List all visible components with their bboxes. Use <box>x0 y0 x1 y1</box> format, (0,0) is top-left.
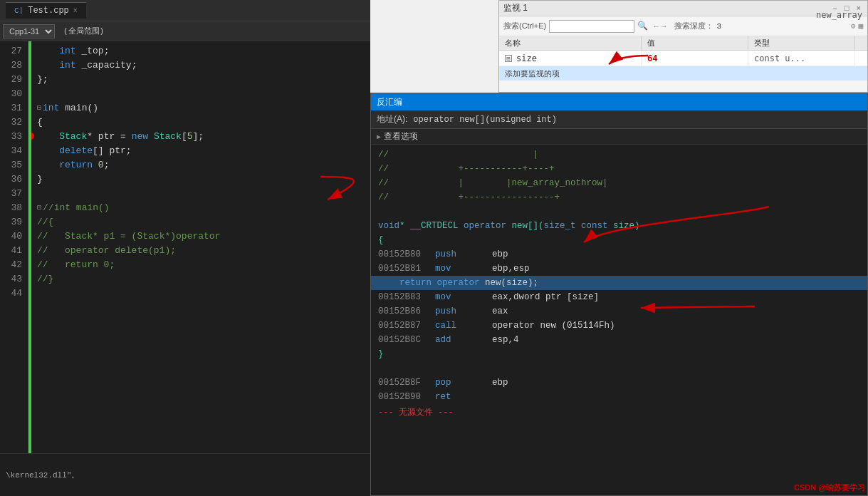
watch-name-cell: ⊞ size <box>499 51 642 66</box>
expand-icon[interactable]: ⊞ <box>505 55 512 62</box>
watch-name-value: size <box>516 53 537 63</box>
disasm-operand: ebp <box>492 247 508 262</box>
code-line: delete[] ptr; <box>37 144 365 158</box>
disasm-asm-line: 00152B83 mov eax,dword ptr [size] <box>371 290 867 304</box>
columns-icon[interactable]: ▦ <box>858 21 863 31</box>
disasm-op: mov <box>435 290 492 304</box>
disasm-addr-val: 00152B87 <box>378 319 435 333</box>
disasm-op: add <box>435 333 492 347</box>
disasm-title-bar: 反汇编 <box>371 93 867 110</box>
disasm-addr-bar: 地址(A): operator new[](unsigned int) <box>371 110 867 129</box>
depth-value: 3 <box>716 22 731 31</box>
disasm-addr-val: 00152B8F <box>378 376 435 390</box>
options-label: 查看选项 <box>384 130 418 143</box>
scope-label: (全局范围) <box>58 26 110 36</box>
code-line: // Stack* p1 = (Stack*)operator <box>37 229 365 244</box>
col-type-header: 类型 <box>748 36 855 50</box>
disasm-line <box>371 361 867 376</box>
code-line: //{ <box>37 215 365 229</box>
watch-panel: 监视 1 – □ × 搜索(Ctrl+E) 🔍 ← → 搜索深度： 3 ⚙ ▦ … <box>498 0 868 93</box>
disasm-comment: // | |new_array_nothrow| <box>378 176 608 190</box>
disasm-comment: // +-----------------+ <box>378 190 560 205</box>
code-line: //} <box>37 272 365 286</box>
disasm-line <box>371 205 867 219</box>
disasm-operand: ebp,esp <box>492 262 530 276</box>
disasm-op: push <box>435 304 492 319</box>
disasm-asm-line: 00152B81 mov ebp,esp <box>371 262 867 276</box>
editor-tab-bar: C| Test.cpp × <box>0 0 370 21</box>
disasm-asm-line: 00152B8C add esp,4 <box>371 333 867 347</box>
disasm-brace: { <box>378 233 384 247</box>
disasm-brace-close: } <box>378 347 384 361</box>
disasm-line: // +-----------------+ <box>371 190 867 205</box>
watch-title: 监视 1 <box>503 2 528 14</box>
code-line: int _capacity; <box>37 58 365 73</box>
disasm-addr-val: 00152B8C <box>378 333 435 347</box>
class-dropdown[interactable]: Cpp1-31 <box>3 24 55 38</box>
tab-label: Test.cpp <box>28 6 69 16</box>
code-line: ⊟//int main() <box>37 201 365 215</box>
disasm-asm-line: 00152B80 push ebp <box>371 247 867 262</box>
disasm-source: * __CRTDECL <box>399 219 464 233</box>
disasm-options-bar: ▶ 查看选项 <box>371 129 867 145</box>
disasm-operand: ebp <box>492 376 508 390</box>
no-source-separator: --- 无源文件 --- <box>371 404 867 421</box>
tab-icon: C| <box>14 6 23 15</box>
disasm-asm-line: 00152B87 call operator new (015114Fh) <box>371 319 867 333</box>
code-line-breakpoint: Stack* ptr = new Stack[5]; <box>37 130 365 144</box>
keyword: int <box>59 44 75 58</box>
depth-label: 搜索深度： <box>674 21 713 31</box>
new-array-label: new_array <box>816 10 862 20</box>
disasm-operand: eax,dword ptr [size] <box>492 290 599 304</box>
code-line: ⊟int main() <box>37 101 365 115</box>
watch-data-row: ⊞ size 64 const u... <box>499 51 867 66</box>
disasm-panel: 反汇编 地址(A): operator new[](unsigned int) … <box>370 93 868 496</box>
watch-header-row: 名称 值 类型 <box>499 36 867 51</box>
disasm-addr-val: 00152B80 <box>378 247 435 262</box>
disasm-addr-val: 00152B81 <box>378 262 435 276</box>
disasm-comment: // | <box>378 148 538 162</box>
options-toggle[interactable]: ▶ <box>377 133 381 141</box>
disasm-operand: eax <box>492 304 508 319</box>
disasm-source-line: } <box>371 347 867 361</box>
disasm-addr-val: 00152B90 <box>378 390 435 404</box>
code-line: return 0; <box>37 158 365 172</box>
keyword: int <box>59 58 75 73</box>
watch-value-cell: 64 <box>642 51 748 66</box>
close-icon[interactable]: × <box>73 7 78 15</box>
watch-type-cell: const u... <box>748 51 855 66</box>
code-line: // operator delete(p1); <box>37 244 365 258</box>
watch-title-bar: 监视 1 – □ × <box>499 1 867 16</box>
terminal-content: \kernel32.dll"。 <box>6 470 79 480</box>
disasm-op: call <box>435 319 492 333</box>
addr-label: 地址(A): <box>377 113 407 125</box>
code-line <box>37 87 365 101</box>
disasm-asm-line: 00152B90 ret <box>371 390 867 404</box>
col-name-header: 名称 <box>499 36 642 50</box>
search-label: 搜索(Ctrl+E) <box>503 21 546 31</box>
settings-icon[interactable]: ⚙ <box>851 21 856 31</box>
disasm-comment: // +-----------+----+ <box>378 162 555 176</box>
terminal-line: \kernel32.dll"。 <box>6 470 79 480</box>
terminal-panel: \kernel32.dll"。 <box>0 453 370 496</box>
editor-panel: C| Test.cpp × Cpp1-31 (全局范围) 27 28 29 30… <box>0 0 370 496</box>
code-line <box>37 187 365 201</box>
code-line: { <box>37 115 365 130</box>
editor-tab[interactable]: C| Test.cpp × <box>6 2 86 19</box>
nav-back-icon[interactable]: ← <box>654 22 659 31</box>
disasm-op: push <box>435 247 492 262</box>
disasm-source-line: { <box>371 233 867 247</box>
disasm-asm-line: 00152B8F pop ebp <box>371 376 867 390</box>
watermark: CSDN @响苏要学习 <box>794 482 865 493</box>
col-value-header: 值 <box>642 36 748 50</box>
nav-fwd-icon[interactable]: → <box>662 22 666 31</box>
code-line <box>37 286 365 301</box>
disasm-code: // | // +-----------+----+ // | |new_arr… <box>371 145 867 424</box>
disasm-op: ret <box>435 390 492 404</box>
code-line: // return 0; <box>37 258 365 272</box>
watch-search-bar: 搜索(Ctrl+E) 🔍 ← → 搜索深度： 3 ⚙ ▦ <box>499 16 867 36</box>
code-area: 27 28 29 30 31 32 33 34 35 36 37 38 39 4… <box>0 41 370 477</box>
search-input[interactable] <box>549 20 634 33</box>
watch-add-row[interactable]: 添加要监视的项 <box>499 66 867 81</box>
search-icon[interactable]: 🔍 <box>637 21 648 31</box>
